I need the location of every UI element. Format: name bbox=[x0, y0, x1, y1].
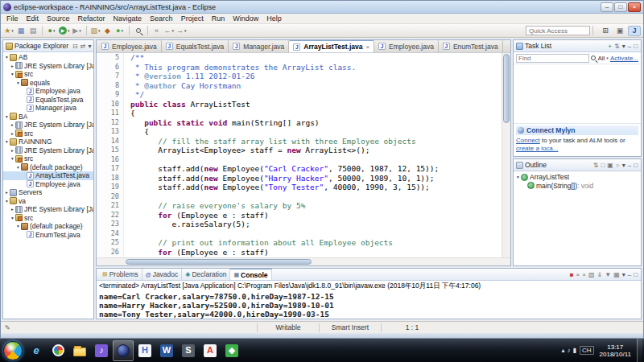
collapsed-arrow-icon[interactable]: ▸ bbox=[4, 190, 10, 195]
editor-tab-arraylisttest-java[interactable]: JArrayListTest.java× bbox=[289, 40, 374, 52]
console-tab-declaration[interactable]: ◉Declaration bbox=[182, 269, 230, 280]
taskbar-browser[interactable] bbox=[47, 340, 68, 361]
package-explorer-tree[interactable]: ▾AB▸JRE System Library [JavaSE-1.8]▾src▾… bbox=[3, 52, 93, 319]
tree-item-employee-java[interactable]: JEmployee.java bbox=[3, 87, 93, 96]
collapsed-arrow-icon[interactable]: ▸ bbox=[10, 131, 15, 136]
taskbar-pdf-reader[interactable]: A bbox=[200, 340, 221, 361]
tray-expand-icon[interactable]: ▴ bbox=[562, 347, 565, 354]
menu-help[interactable]: Help bbox=[262, 14, 286, 23]
vertical-scroll-thumb[interactable] bbox=[503, 54, 510, 123]
taskbar-app-green[interactable]: ◆ bbox=[221, 340, 242, 361]
taskbar-app-h[interactable]: H bbox=[134, 340, 155, 361]
console-tab-problems[interactable]: ▤Problems bbox=[99, 269, 142, 280]
console-tab-javadoc[interactable]: @Javadoc bbox=[142, 269, 183, 280]
hide-fields-icon[interactable]: □ bbox=[600, 162, 605, 169]
synchronize-icon[interactable]: ⇅ bbox=[613, 43, 621, 50]
outline-item-arraylisttest[interactable]: ▾ArrayListTest bbox=[514, 173, 641, 182]
title-bar[interactable]: eclipse-workspace - RAINNING/src/ArrayLi… bbox=[1, 1, 643, 14]
menu-navigate[interactable]: Navigate bbox=[109, 14, 147, 23]
tree-item-jre-system-library-javase-1-8[interactable]: ▸JRE System Library [JavaSE-1.8] bbox=[3, 146, 93, 155]
view-menu-icon[interactable]: ▾ bbox=[621, 43, 626, 50]
maximize-icon[interactable]: □ bbox=[633, 162, 638, 169]
tree-item-default-package[interactable]: ▾(default package) bbox=[3, 163, 93, 172]
taskbar-word[interactable]: W bbox=[156, 340, 177, 361]
tree-item-src[interactable]: ▾src bbox=[3, 214, 93, 223]
debug-icon[interactable]: ●▾ bbox=[46, 26, 57, 36]
tree-item-src[interactable]: ▾src bbox=[3, 70, 93, 79]
quick-access-input[interactable] bbox=[526, 26, 590, 35]
collapsed-arrow-icon[interactable]: ▸ bbox=[10, 64, 15, 68]
tree-item-ba[interactable]: ▾BA bbox=[3, 113, 93, 121]
remove-all-launches-icon[interactable]: × bbox=[581, 271, 587, 278]
tree-item-jre-system-library-javase-1-8[interactable]: ▸JRE System Library [JavaSE-1.8] bbox=[3, 121, 93, 130]
scroll-lock-icon[interactable]: ⇓ bbox=[597, 271, 604, 278]
expanded-arrow-icon[interactable]: ▾ bbox=[4, 139, 10, 144]
expanded-arrow-icon[interactable]: ▾ bbox=[515, 175, 521, 179]
editor-horizontal-scrollbar[interactable] bbox=[97, 257, 510, 265]
tree-item-rainning[interactable]: ▾RAINNING bbox=[3, 138, 93, 146]
clear-console-icon[interactable]: ▧ bbox=[588, 271, 596, 278]
tray-network-icon[interactable]: ▮ bbox=[573, 347, 576, 354]
new-wizard-icon[interactable]: ★▾ bbox=[3, 26, 14, 36]
task-list-content[interactable] bbox=[514, 64, 641, 123]
menu-project[interactable]: Project bbox=[177, 14, 208, 23]
new-package-icon[interactable]: ◆ bbox=[102, 26, 114, 36]
run-icon[interactable]: ▶▾ bbox=[58, 26, 71, 36]
search-icon[interactable] bbox=[133, 26, 144, 36]
minimize-icon[interactable]: – bbox=[627, 43, 632, 50]
console-output[interactable]: name=Carl Cracker,salary=78750.0,hireDay… bbox=[97, 292, 641, 319]
maximize-icon[interactable]: □ bbox=[633, 43, 638, 50]
back-icon[interactable]: ←▾ bbox=[163, 26, 175, 36]
tree-item-ab[interactable]: ▾AB bbox=[3, 53, 93, 62]
expanded-arrow-icon[interactable]: ▾ bbox=[10, 216, 15, 220]
editor-tab-employee-java[interactable]: JEmployee.java bbox=[97, 40, 162, 52]
tree-item-arraylisttest-java[interactable]: JArrayListTest.java bbox=[3, 171, 93, 180]
outline-items[interactable]: ▾ArrayListTestmain(String[]) : void bbox=[514, 171, 641, 265]
print-icon[interactable]: ▤ bbox=[27, 26, 39, 36]
menu-window[interactable]: Window bbox=[229, 14, 262, 23]
view-menu-icon[interactable]: ▾ bbox=[621, 162, 626, 169]
forward-icon[interactable]: →▾ bbox=[175, 26, 188, 36]
menu-run[interactable]: Run bbox=[208, 14, 229, 23]
taskbar-eclipse[interactable] bbox=[113, 340, 134, 361]
expanded-arrow-icon[interactable]: ▾ bbox=[10, 72, 15, 76]
close-tab-icon[interactable]: × bbox=[365, 43, 369, 51]
tree-item-src[interactable]: ▸src bbox=[3, 130, 93, 138]
tree-item-employee-java[interactable]: JEmployee.java bbox=[3, 180, 93, 189]
new-java-project-icon[interactable]: ▨▾ bbox=[90, 26, 101, 36]
view-menu-icon[interactable]: ▾ bbox=[621, 271, 626, 278]
tree-item-servers[interactable]: ▸Servers bbox=[3, 188, 93, 197]
code-editor[interactable]: 5/**6 * This program demonstrates the Ar… bbox=[97, 53, 502, 257]
tree-item-src[interactable]: ▾src bbox=[3, 154, 93, 163]
pin-console-icon[interactable]: ▼ bbox=[604, 271, 612, 278]
tree-item-va[interactable]: ▾va bbox=[3, 197, 93, 206]
close-button[interactable]: × bbox=[628, 2, 641, 12]
terminate-icon[interactable]: ■ bbox=[569, 271, 575, 278]
menu-source[interactable]: Source bbox=[43, 14, 74, 23]
open-console-icon[interactable]: ▦ bbox=[613, 271, 621, 278]
hide-non-public-icon[interactable]: ○ bbox=[615, 162, 621, 169]
horizontal-scroll-thumb[interactable] bbox=[126, 259, 312, 265]
tree-item-equalstest-java[interactable]: JEqualsTest.java bbox=[3, 96, 93, 105]
outline-item-main-string[interactable]: main(String[]) : void bbox=[514, 182, 641, 191]
menu-edit[interactable]: Edit bbox=[23, 14, 43, 23]
scope-selector[interactable]: All ▾ bbox=[597, 55, 608, 62]
collapsed-arrow-icon[interactable]: ▸ bbox=[10, 207, 15, 212]
expanded-arrow-icon[interactable]: ▾ bbox=[4, 55, 10, 60]
javaee-perspective-icon[interactable]: ▣ bbox=[613, 26, 626, 36]
activate-link[interactable]: Activate... bbox=[610, 55, 638, 62]
editor-tab-employee-java[interactable]: JEmployee.java bbox=[374, 40, 439, 52]
sort-icon[interactable]: ⇅ bbox=[592, 162, 600, 169]
start-button[interactable] bbox=[3, 341, 23, 360]
minimize-icon[interactable]: – bbox=[627, 162, 632, 169]
taskbar-clock[interactable]: 13:17 2018/10/11 bbox=[597, 343, 634, 358]
language-indicator[interactable]: CH bbox=[580, 346, 594, 355]
collapse-all-icon[interactable]: ⊟ bbox=[72, 43, 79, 50]
collapsed-arrow-icon[interactable]: ▸ bbox=[10, 148, 15, 153]
editor-tab-manager-java[interactable]: JManager.java bbox=[229, 40, 289, 52]
save-icon[interactable]: ▦ bbox=[15, 26, 27, 36]
tree-item-manager-java[interactable]: JManager.java bbox=[3, 104, 93, 113]
tree-item-jre-system-library-javase-1-8[interactable]: ▸JRE System Library [JavaSE-1.8] bbox=[3, 62, 93, 71]
maximize-button[interactable]: □ bbox=[614, 2, 627, 12]
taskbar-ie[interactable]: e bbox=[26, 340, 47, 361]
